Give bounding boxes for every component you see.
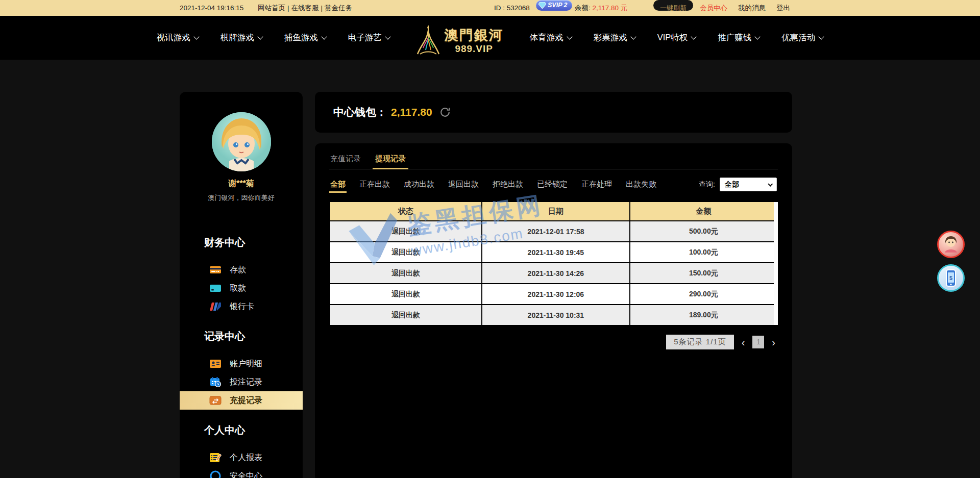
security-center-icon xyxy=(209,470,222,478)
nav-video-games[interactable]: 视讯游戏 xyxy=(154,32,202,43)
logout-link[interactable]: 登出 xyxy=(776,0,790,16)
filter-success[interactable]: 成功出款 xyxy=(404,180,434,189)
nav-board-games[interactable]: 棋牌游戏 xyxy=(217,32,265,43)
prev-page-button[interactable]: ‹ xyxy=(741,337,746,347)
svg-text:5: 5 xyxy=(949,275,952,281)
one-key-refresh-button[interactable]: 一键刷新 xyxy=(653,0,693,11)
table-row: 退回出款 2021-11-30 19:45 100.00元 xyxy=(330,242,777,263)
nav-lottery-games[interactable]: 彩票游戏 xyxy=(591,32,639,43)
sidebar-item-deposit[interactable]: 存款 xyxy=(180,261,303,279)
link-home[interactable]: 网站首页 xyxy=(258,4,285,12)
column-header-amount: 金额 xyxy=(630,202,777,221)
chevron-down-icon xyxy=(630,34,636,39)
filter-rejected[interactable]: 拒绝出款 xyxy=(493,180,523,189)
cell-amount: 150.00元 xyxy=(630,263,777,284)
top-bar: 2021-12-04 19:16:15 网站首页|在线客服|赏金任务 ID : … xyxy=(0,0,980,16)
chevron-down-icon xyxy=(755,34,761,39)
sidebar-item-withdraw[interactable]: 取款 xyxy=(180,279,303,297)
sidebar-item-label: 充提记录 xyxy=(230,395,262,406)
tab-withdraw-record[interactable]: 提现记录 xyxy=(375,154,406,164)
column-header-date: 日期 xyxy=(482,202,629,221)
withdraw-table: 状态 日期 金额 退回出款 2021-12-01 17:58 500.00元 退… xyxy=(329,201,778,326)
sidebar-item-recharge-withdraw-record[interactable]: 充提记录 xyxy=(180,391,303,410)
svip-badge-label: SVIP 2 xyxy=(548,0,567,13)
sidebar-item-personal-report[interactable]: 个人报表 xyxy=(180,448,303,467)
cell-status: 退回出款 xyxy=(330,242,482,263)
cell-status: 退回出款 xyxy=(330,221,482,242)
nav-promotion-earn[interactable]: 推广赚钱 xyxy=(715,32,763,43)
section-heading-personal: 个人中心 xyxy=(180,423,303,437)
next-page-button[interactable]: › xyxy=(771,337,776,347)
nav-label: 电子游艺 xyxy=(348,32,382,43)
nav-promotions[interactable]: 优惠活动 xyxy=(778,32,826,43)
section-heading-records: 记录中心 xyxy=(180,329,303,343)
link-bounty-task[interactable]: 赏金任务 xyxy=(325,4,352,12)
section-heading-finance: 财务中心 xyxy=(180,235,303,249)
filter-failed[interactable]: 出款失败 xyxy=(626,180,656,189)
nav-slot-games[interactable]: 电子游艺 xyxy=(345,32,393,43)
cell-status: 退回出款 xyxy=(330,305,482,325)
logo-title: 澳門銀河 xyxy=(445,26,504,44)
cell-date: 2021-11-30 10:31 xyxy=(482,305,629,325)
sidebar-item-security-center[interactable]: 安全中心 xyxy=(180,467,303,478)
query-label: 查询: xyxy=(699,180,715,189)
filter-processing[interactable]: 正在处理 xyxy=(581,180,612,189)
my-messages-link[interactable]: 我的消息 xyxy=(738,0,766,16)
main-nav: 视讯游戏 棋牌游戏 捕鱼游戏 电子游艺 澳門銀河 989.VIP 体育游戏 彩票… xyxy=(0,16,980,60)
table-row: 退回出款 2021-12-01 17:58 500.00元 xyxy=(330,221,777,242)
nav-fishing-games[interactable]: 捕鱼游戏 xyxy=(281,32,329,43)
account-detail-icon xyxy=(209,358,222,370)
tab-recharge-record[interactable]: 充值记录 xyxy=(330,154,361,164)
bank-card-icon xyxy=(209,300,222,313)
sidebar-item-label: 存款 xyxy=(230,265,246,275)
deposit-card-icon xyxy=(209,264,222,276)
logo-subtitle: 989.VIP xyxy=(455,43,493,55)
site-logo[interactable]: 澳門銀河 989.VIP xyxy=(416,19,504,56)
balance-label: 余额: xyxy=(575,4,591,12)
topbar-links: 网站首页|在线客服|赏金任务 xyxy=(258,0,352,16)
filter-returned[interactable]: 退回出款 xyxy=(448,180,479,189)
contact-phone-float-icon[interactable]: 5 xyxy=(937,264,965,292)
user-tagline: 澳门银河，因你而美好 xyxy=(180,193,303,203)
table-scrollbar[interactable] xyxy=(774,202,778,325)
records-panel: 充值记录 提现记录 全部 正在出款 成功出款 退回出款 拒绝出款 已经锁定 正在… xyxy=(315,143,792,478)
center-wallet-panel: 中心钱包： 2,117.80 xyxy=(315,92,792,133)
phone-image: 5 xyxy=(942,268,960,288)
wallet-label: 中心钱包： xyxy=(333,105,387,119)
filter-paying[interactable]: 正在出款 xyxy=(359,180,390,189)
sidebar-item-bet-record[interactable]: 投注记录 xyxy=(180,373,303,391)
member-center-link[interactable]: 会员中心 xyxy=(700,0,727,16)
filter-all[interactable]: 全部 xyxy=(330,180,346,189)
wallet-record-icon xyxy=(209,394,222,407)
link-customer-service[interactable]: 在线客服 xyxy=(291,4,319,12)
nav-vip-privileges[interactable]: VIP特权 xyxy=(654,32,699,43)
nav-label: 彩票游戏 xyxy=(594,32,627,43)
table-row: 退回出款 2021-11-30 14:26 150.00元 xyxy=(330,263,777,284)
sidebar-item-label: 投注记录 xyxy=(230,377,262,388)
cell-date: 2021-11-30 12:06 xyxy=(482,284,629,305)
sidebar-item-label: 个人报表 xyxy=(230,452,262,463)
sidebar-item-account-detail[interactable]: 账户明细 xyxy=(180,355,303,373)
withdraw-table-wrap: 状态 日期 金额 退回出款 2021-12-01 17:58 500.00元 退… xyxy=(329,201,778,326)
nav-label: 推广赚钱 xyxy=(718,32,751,43)
diamond-icon xyxy=(538,2,546,9)
nav-label: 捕鱼游戏 xyxy=(284,32,318,43)
nav-label: 体育游戏 xyxy=(530,32,564,43)
chevron-down-icon xyxy=(567,34,572,39)
chevron-down-icon xyxy=(819,34,824,39)
balance-text: 余额: 2,117.80 元 xyxy=(575,0,627,16)
link-separator: | xyxy=(321,4,323,12)
withdraw-card-icon xyxy=(209,282,222,294)
customer-service-float-icon[interactable] xyxy=(937,231,965,258)
nav-label: 视讯游戏 xyxy=(157,32,190,43)
sidebar-item-bank-card[interactable]: 银行卡 xyxy=(180,297,303,316)
cell-date: 2021-11-30 14:26 xyxy=(482,263,629,284)
wallet-refresh-icon[interactable] xyxy=(439,107,451,118)
cell-amount: 500.00元 xyxy=(630,221,777,242)
nav-sports-games[interactable]: 体育游戏 xyxy=(527,32,575,43)
query-select[interactable]: 全部 xyxy=(720,178,777,191)
sidebar-item-label: 账户明细 xyxy=(230,359,262,369)
cell-amount: 290.00元 xyxy=(630,284,777,305)
filter-locked[interactable]: 已经锁定 xyxy=(537,180,568,189)
page-number-1[interactable]: 1 xyxy=(752,336,764,348)
